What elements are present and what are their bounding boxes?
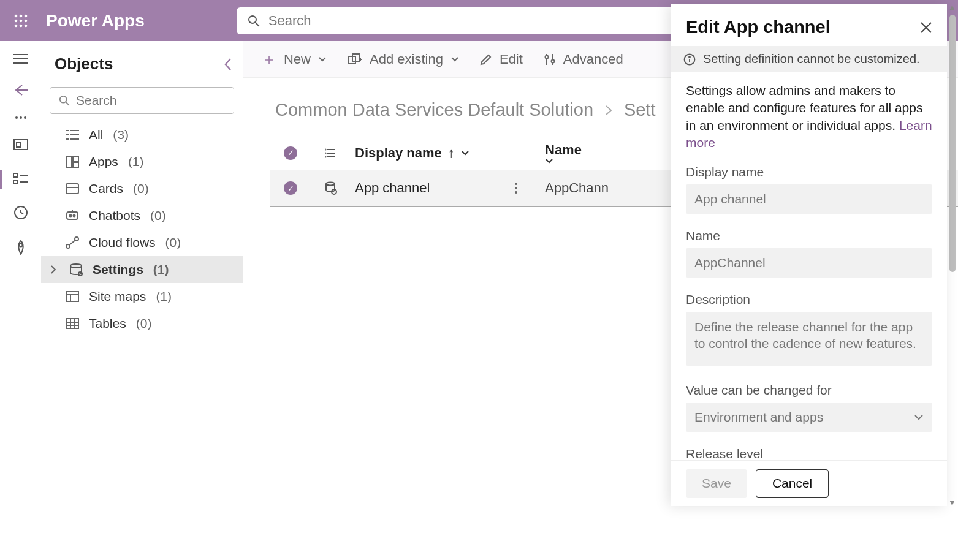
svg-point-25 (19, 244, 22, 247)
panel-title: Edit App channel (686, 17, 831, 37)
apps-icon (66, 156, 79, 168)
svg-point-71 (515, 183, 517, 185)
rail-back[interactable] (13, 84, 28, 96)
chevron-down-icon (914, 414, 924, 420)
sidebar-item-all[interactable]: All(3) (41, 121, 243, 148)
svg-point-62 (551, 59, 554, 62)
sidebar-item-label: Site maps (89, 289, 146, 304)
scroll-thumb[interactable] (949, 15, 956, 272)
svg-point-1 (19, 14, 22, 17)
sidebar-item-settings[interactable]: Settings(1) (41, 256, 243, 283)
column-type[interactable] (311, 147, 351, 159)
sitemap-icon (66, 291, 79, 302)
svg-rect-36 (73, 162, 78, 167)
panel-footer: Save Cancel (671, 460, 947, 506)
panel-scrollbar[interactable]: ▲ ▼ (947, 4, 958, 506)
chevron-down-icon[interactable] (545, 158, 582, 164)
select-all[interactable]: ✓ (270, 146, 311, 160)
field-value-changed: Value can be changed for Environment and… (686, 383, 932, 432)
svg-point-4 (19, 19, 22, 22)
row-type-icon (311, 181, 351, 195)
row-display-name: App channel (351, 180, 514, 196)
breadcrumb-root[interactable]: Common Data Services Default Solution (275, 100, 593, 120)
sidebar-item-apps[interactable]: Apps(1) (41, 148, 243, 175)
new-button[interactable]: ＋New (262, 50, 327, 69)
svg-point-72 (515, 187, 517, 189)
svg-point-73 (515, 191, 517, 194)
sidebar-item-count: (1) (128, 154, 144, 169)
cmd-label: Edit (500, 51, 523, 67)
description-textarea[interactable]: Define the release channel for the app t… (686, 312, 932, 366)
svg-point-41 (74, 215, 75, 217)
close-button[interactable] (920, 21, 932, 34)
rail-publish[interactable] (14, 240, 28, 255)
sidebar-item-count: (0) (133, 181, 149, 196)
left-rail (0, 41, 41, 560)
rail-hamburger[interactable] (13, 53, 28, 64)
field-name: Name (686, 229, 932, 278)
sidebar-item-chatbots[interactable]: Chatbots(0) (41, 202, 243, 229)
svg-point-45 (70, 264, 82, 268)
chevron-down-icon (450, 56, 459, 62)
svg-point-0 (14, 14, 17, 17)
rail-objects[interactable] (13, 172, 29, 186)
add-existing-button[interactable]: Add existing (348, 51, 459, 67)
edit-button[interactable]: Edit (480, 51, 523, 67)
breadcrumb-current: Sett (624, 100, 656, 120)
check-icon: ✓ (284, 146, 297, 160)
rail-overview[interactable] (13, 139, 28, 153)
pencil-icon (480, 53, 492, 66)
display-name-input[interactable] (686, 184, 932, 214)
scroll-up-icon[interactable]: ▲ (948, 2, 956, 12)
info-icon (683, 53, 696, 66)
svg-point-9 (249, 16, 256, 23)
svg-rect-19 (17, 142, 20, 147)
objects-search[interactable] (50, 87, 234, 114)
svg-rect-34 (66, 156, 72, 167)
rail-history[interactable] (13, 205, 28, 220)
field-description: Description Define the release channel f… (686, 292, 932, 368)
sidebar-item-site-maps[interactable]: Site maps(1) (41, 283, 243, 310)
column-name[interactable]: Name (545, 142, 582, 164)
rail-more[interactable] (15, 116, 27, 119)
list-icon (66, 129, 79, 141)
sidebar-item-label: Settings (93, 262, 143, 277)
svg-point-16 (20, 116, 22, 119)
objects-title: Objects (55, 55, 113, 74)
svg-point-60 (545, 55, 548, 58)
column-display-name[interactable]: Display name ↑ (351, 145, 514, 161)
info-text: Setting definition cannot be customized. (703, 52, 920, 66)
sidebar-item-count: (0) (165, 235, 181, 250)
svg-point-15 (15, 116, 18, 119)
waffle-icon (14, 14, 28, 28)
collapse-sidebar-button[interactable] (223, 57, 233, 72)
cmd-label: Advanced (563, 51, 623, 67)
edit-panel: Edit App channel Setting definition cann… (671, 4, 947, 506)
row-select[interactable]: ✓ (270, 181, 311, 195)
settings-icon (69, 263, 83, 276)
add-existing-icon (348, 53, 362, 66)
row-more-button[interactable] (514, 182, 545, 194)
sidebar-item-cards[interactable]: Cards(0) (41, 175, 243, 202)
svg-point-68 (325, 156, 326, 157)
objects-list: All(3) Apps(1) Cards(0) Chatbots(0) Clou… (41, 121, 243, 337)
svg-point-17 (24, 116, 26, 119)
app-launcher-button[interactable] (0, 14, 41, 28)
field-label: Description (686, 292, 932, 307)
cancel-button[interactable]: Cancel (756, 469, 829, 498)
advanced-button[interactable]: Advanced (544, 51, 623, 67)
sidebar-item-cloud-flows[interactable]: Cloud flows(0) (41, 229, 243, 256)
objects-search-input[interactable] (76, 93, 225, 108)
panel-description: Settings allow admins and makers to enab… (686, 82, 932, 151)
scroll-down-icon[interactable]: ▼ (948, 498, 956, 507)
svg-rect-22 (13, 180, 17, 184)
table-icon (66, 318, 79, 329)
save-button[interactable]: Save (686, 469, 747, 498)
chevron-down-icon[interactable] (461, 150, 469, 156)
value-changed-select[interactable]: Environment and apps (686, 403, 932, 432)
field-label: Release level (686, 447, 932, 460)
svg-line-27 (66, 102, 69, 105)
name-input[interactable] (686, 248, 932, 278)
svg-point-8 (24, 24, 27, 27)
sidebar-item-tables[interactable]: Tables(0) (41, 310, 243, 337)
